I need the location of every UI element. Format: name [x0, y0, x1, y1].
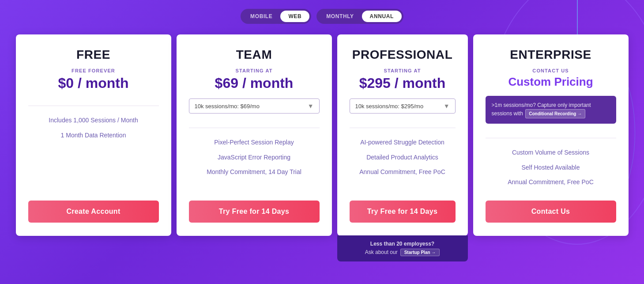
toggle-bar: MOBILE WEB MONTHLY ANNUAL [241, 9, 403, 24]
billing-toggle: MONTHLY ANNUAL [316, 9, 403, 24]
professional-dropdown-value: 10k sessions/mo: $295/mo [355, 103, 424, 110]
professional-feature-1: AI-powered Struggle Detection [350, 135, 456, 150]
team-feature-1: Pixel-Perfect Session Replay [189, 135, 320, 150]
free-feature-2: 1 Month Data Retention [28, 128, 159, 143]
startup-plan-badge[interactable]: Startup Plan → [400, 249, 440, 256]
web-toggle-btn[interactable]: WEB [280, 11, 309, 22]
enterprise-features-list: Custom Volume of Sessions Self Hosted Av… [486, 145, 616, 190]
enterprise-cta-button[interactable]: Contact Us [486, 201, 616, 223]
plans-container: FREE FREE FOREVER $0 / month Includes 1,… [13, 34, 631, 236]
professional-plan-wrapper: PROFESSIONAL STARTING AT $295 / month 10… [337, 34, 468, 236]
enterprise-plan-card: ENTERPRISE CONTACT US Custom Pricing >1m… [473, 34, 629, 236]
professional-cta-button[interactable]: Try Free for 14 Days [350, 201, 456, 223]
enterprise-plan-subtitle: CONTACT US [486, 68, 616, 73]
professional-plan-divider [350, 128, 456, 128]
team-plan-price: $69 / month [189, 75, 320, 91]
team-feature-2: JavaScript Error Reporting [189, 150, 320, 165]
enterprise-plan-divider [486, 138, 616, 138]
professional-session-dropdown[interactable]: 10k sessions/mo: $295/mo ▼ [350, 98, 456, 114]
monthly-toggle-btn[interactable]: MONTHLY [318, 11, 362, 22]
enterprise-feature-1: Custom Volume of Sessions [486, 145, 616, 160]
professional-plan-price: $295 / month [350, 75, 456, 91]
platform-toggle: MOBILE WEB [241, 9, 311, 24]
team-dropdown-value: 10k sessions/mo: $69/mo [195, 103, 260, 110]
professional-plan-card: PROFESSIONAL STARTING AT $295 / month 10… [337, 34, 468, 236]
free-feature-1: Includes 1,000 Sessions / Month [28, 113, 159, 128]
annual-toggle-btn[interactable]: ANNUAL [362, 11, 402, 22]
professional-plan-name: PROFESSIONAL [350, 48, 456, 62]
enterprise-plan-name: ENTERPRISE [486, 48, 616, 62]
team-session-dropdown[interactable]: 10k sessions/mo: $69/mo ▼ [189, 98, 320, 114]
team-plan-name: TEAM [189, 48, 320, 62]
enterprise-feature-2: Self Hosted Available [486, 160, 616, 175]
startup-banner-line2: Ask about our Startup Plan → [344, 249, 461, 256]
team-features-list: Pixel-Perfect Session Replay JavaScript … [189, 135, 320, 190]
startup-banner: Less than 20 employess? Ask about our St… [337, 235, 468, 261]
free-features-list: Includes 1,000 Sessions / Month 1 Month … [28, 113, 159, 190]
team-plan-divider [189, 128, 320, 128]
professional-feature-3: Annual Commitment, Free PoC [350, 165, 456, 180]
professional-features-list: AI-powered Struggle Detection Detailed P… [350, 135, 456, 190]
startup-banner-line1: Less than 20 employess? [344, 241, 461, 247]
professional-dropdown-arrow: ▼ [444, 102, 450, 110]
conditional-recording-label: Conditional Recording → [529, 110, 582, 117]
enterprise-feature-3: Annual Commitment, Free PoC [486, 175, 616, 190]
professional-plan-subtitle: STARTING AT [350, 68, 456, 73]
free-plan-divider [28, 106, 159, 106]
team-dropdown-arrow: ▼ [308, 102, 314, 110]
team-feature-3: Monthly Commitment, 14 Day Trial [189, 165, 320, 180]
team-cta-button[interactable]: Try Free for 14 Days [189, 201, 320, 223]
mobile-toggle-btn[interactable]: MOBILE [242, 11, 280, 22]
free-cta-button[interactable]: Create Account [28, 201, 159, 223]
enterprise-plan-price: Custom Pricing [486, 75, 616, 89]
team-plan-card: TEAM STARTING AT $69 / month 10k session… [177, 34, 332, 236]
startup-banner-line2-text: Ask about our [365, 249, 398, 255]
professional-feature-2: Detailed Product Analytics [350, 150, 456, 165]
conditional-recording-badge[interactable]: Conditional Recording → [525, 109, 585, 118]
team-plan-subtitle: STARTING AT [189, 68, 320, 73]
free-plan-name: FREE [28, 48, 159, 62]
enterprise-info-box: >1m sessions/mo? Capture only important … [486, 96, 616, 124]
free-plan-card: FREE FREE FOREVER $0 / month Includes 1,… [16, 34, 171, 236]
free-plan-price: $0 / month [28, 75, 159, 91]
free-plan-subtitle: FREE FOREVER [28, 68, 159, 73]
